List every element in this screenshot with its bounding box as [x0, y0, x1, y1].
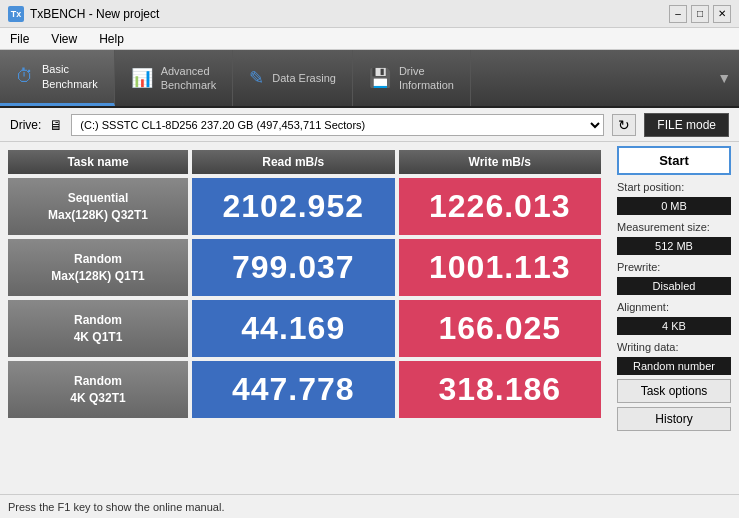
minimize-button[interactable]: – — [669, 5, 687, 23]
drive-label: Drive: — [10, 118, 41, 132]
tab-advanced-line2: Benchmark — [161, 78, 217, 92]
tab-advanced-benchmark[interactable]: 📊 Advanced Benchmark — [115, 50, 234, 106]
measurement-size-value: 512 MB — [617, 237, 731, 255]
right-panel: Start Start position: 0 MB Measurement s… — [609, 142, 739, 494]
titlebar-left: Tx TxBENCH - New project — [8, 6, 159, 22]
bench-write-random-4k-q32t1: 318.186 — [399, 361, 602, 418]
bench-read-random-max-q1t1: 799.037 — [192, 239, 395, 296]
bench-label-random-max-q1t1: Random Max(128K) Q1T1 — [8, 239, 188, 296]
drive-dropdown[interactable]: (C:) SSSTC CL1-8D256 237.20 GB (497,453,… — [71, 114, 604, 136]
bench-label-random-4k-q1t1: Random 4K Q1T1 — [8, 300, 188, 357]
writing-data-label: Writing data: — [617, 341, 731, 353]
toolbar: ⏱ Basic Benchmark 📊 Advanced Benchmark ✎… — [0, 50, 739, 108]
header-task-name: Task name — [8, 150, 188, 174]
bench-read-random-4k-q32t1: 447.778 — [192, 361, 395, 418]
titlebar: Tx TxBENCH - New project – □ ✕ — [0, 0, 739, 28]
tab-erasing-line1: Data Erasing — [272, 71, 336, 85]
header-read: Read mB/s — [192, 150, 395, 174]
maximize-button[interactable]: □ — [691, 5, 709, 23]
tab-basic-line2: Benchmark — [42, 77, 98, 91]
menu-help[interactable]: Help — [93, 30, 130, 48]
bench-row-random-4k-q32t1: Random 4K Q32T1 447.778 318.186 — [8, 361, 601, 418]
main-area: Task name Read mB/s Write mB/s Sequentia… — [0, 142, 739, 494]
benchmark-area: Task name Read mB/s Write mB/s Sequentia… — [0, 142, 609, 494]
status-text: Press the F1 key to show the online manu… — [8, 501, 224, 513]
bench-label-sequential-q32t1: Sequential Max(128K) Q32T1 — [8, 178, 188, 235]
app-icon: Tx — [8, 6, 24, 22]
start-position-label: Start position: — [617, 181, 731, 193]
bench-row-random-4k-q1t1: Random 4K Q1T1 44.169 166.025 — [8, 300, 601, 357]
data-erasing-icon: ✎ — [249, 67, 264, 89]
advanced-benchmark-icon: 📊 — [131, 67, 153, 89]
tab-advanced-line1: Advanced — [161, 64, 217, 78]
start-button[interactable]: Start — [617, 146, 731, 175]
close-button[interactable]: ✕ — [713, 5, 731, 23]
filemode-button[interactable]: FILE mode — [644, 113, 729, 137]
drive-refresh-button[interactable]: ↻ — [612, 114, 636, 136]
drive-icon: 🖥 — [49, 117, 63, 133]
titlebar-controls: – □ ✕ — [669, 5, 731, 23]
bench-read-random-4k-q1t1: 44.169 — [192, 300, 395, 357]
prewrite-label: Prewrite: — [617, 261, 731, 273]
statusbar: Press the F1 key to show the online manu… — [0, 494, 739, 518]
bench-label-random-4k-q32t1: Random 4K Q32T1 — [8, 361, 188, 418]
bench-row-sequential-q32t1: Sequential Max(128K) Q32T1 2102.952 1226… — [8, 178, 601, 235]
bench-write-sequential-q32t1: 1226.013 — [399, 178, 602, 235]
drive-information-icon: 💾 — [369, 67, 391, 89]
menubar: File View Help — [0, 28, 739, 50]
menu-file[interactable]: File — [4, 30, 35, 48]
tab-drive-information[interactable]: 💾 Drive Information — [353, 50, 471, 106]
basic-benchmark-icon: ⏱ — [16, 66, 34, 87]
history-button[interactable]: History — [617, 407, 731, 431]
tab-basic-line1: Basic — [42, 62, 98, 76]
alignment-value: 4 KB — [617, 317, 731, 335]
bench-write-random-max-q1t1: 1001.113 — [399, 239, 602, 296]
titlebar-title: TxBENCH - New project — [30, 7, 159, 21]
start-position-value: 0 MB — [617, 197, 731, 215]
task-options-button[interactable]: Task options — [617, 379, 731, 403]
header-write: Write mB/s — [399, 150, 602, 174]
tab-basic-benchmark[interactable]: ⏱ Basic Benchmark — [0, 50, 115, 106]
tab-drive-line2: Information — [399, 78, 454, 92]
tab-drive-line1: Drive — [399, 64, 454, 78]
bench-write-random-4k-q1t1: 166.025 — [399, 300, 602, 357]
refresh-icon: ↻ — [618, 117, 630, 133]
prewrite-value: Disabled — [617, 277, 731, 295]
measurement-size-label: Measurement size: — [617, 221, 731, 233]
drivebar: Drive: 🖥 (C:) SSSTC CL1-8D256 237.20 GB … — [0, 108, 739, 142]
alignment-label: Alignment: — [617, 301, 731, 313]
bench-row-random-max-q1t1: Random Max(128K) Q1T1 799.037 1001.113 — [8, 239, 601, 296]
bench-read-sequential-q32t1: 2102.952 — [192, 178, 395, 235]
tab-data-erasing[interactable]: ✎ Data Erasing — [233, 50, 353, 106]
bench-header: Task name Read mB/s Write mB/s — [8, 150, 601, 174]
writing-data-value: Random number — [617, 357, 731, 375]
menu-view[interactable]: View — [45, 30, 83, 48]
toolbar-dropdown-arrow[interactable]: ▼ — [709, 50, 739, 106]
